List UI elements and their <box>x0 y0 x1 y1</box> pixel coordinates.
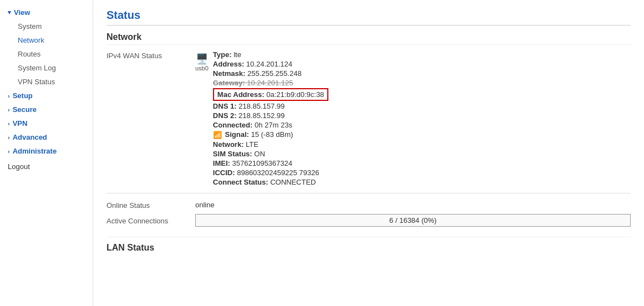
wan-address: Address: 10.24.201.124 <box>213 60 329 68</box>
wan-iccid: ICCID: 898603202459225 79326 <box>213 169 329 177</box>
sidebar-item-systemlog[interactable]: System Log <box>0 61 93 75</box>
sidebar-systemlog-label: System Log <box>18 64 56 72</box>
sidebar-network-label: Network <box>18 36 44 44</box>
sidebar-administrate-label: Administrate <box>13 147 57 155</box>
connections-box: 6 / 16384 (0%) <box>195 214 631 227</box>
wan-dns2: DNS 2: 218.85.152.99 <box>213 111 329 120</box>
advanced-arrow-icon: › <box>8 134 10 141</box>
online-status-row: Online Status online <box>107 193 631 210</box>
wan-iface-label: usb0 <box>195 65 209 72</box>
sidebar-system-label: System <box>18 22 42 30</box>
wan-simstatus-val: ON <box>254 150 265 158</box>
wan-connected: Connected: 0h 27m 23s <box>213 121 329 129</box>
wan-address-val: 10.24.201.124 <box>246 60 292 68</box>
wan-signal-val: 15 (-83 dBm) <box>251 130 293 139</box>
sidebar-view-label: View <box>14 8 30 17</box>
wan-imei: IMEI: 357621095367324 <box>213 159 329 167</box>
active-connections-label: Active Connections <box>107 216 195 225</box>
wan-connectstatus-val: CONNECTED <box>270 178 316 186</box>
wan-dns1: DNS 1: 218.85.157.99 <box>213 102 329 110</box>
wan-gateway-key: Gateway: <box>213 79 245 87</box>
sidebar-item-vpnstatus[interactable]: VPN Status <box>0 75 93 89</box>
wan-gateway: Gateway: 10.24.201.125 <box>213 79 329 87</box>
lan-status-title: LAN Status <box>107 237 631 253</box>
network-section-title: Network <box>107 32 631 45</box>
sidebar-item-network[interactable]: Network <box>0 33 93 47</box>
mac-highlight-box: Mac Address: 0a:21:b9:d0:9c:38 <box>213 88 329 101</box>
wan-mac-key: Mac Address: <box>217 90 265 99</box>
sidebar-group-secure[interactable]: › Secure <box>0 103 93 116</box>
wan-address-key: Address: <box>213 60 244 68</box>
setup-arrow-icon: › <box>8 93 10 99</box>
sidebar-group-advanced[interactable]: › Advanced <box>0 130 93 144</box>
wan-mac-val: 0a:21:b9:d0:9c:38 <box>266 90 324 99</box>
wan-signal: 📶 Signal: 15 (-83 dBm) <box>213 130 329 139</box>
wan-iccid-key: ICCID: <box>213 169 235 177</box>
connections-val: 6 / 16384 (0%) <box>389 216 437 225</box>
wan-type-key: Type: <box>213 50 232 59</box>
wan-mac: Mac Address: 0a:21:b9:d0:9c:38 <box>213 88 329 101</box>
wan-imei-val: 357621095367324 <box>232 159 292 167</box>
wan-type: Type: lte <box>213 50 329 59</box>
wan-dns2-key: DNS 2: <box>213 111 237 120</box>
ipv4-wan-row: IPv4 WAN Status 🖥️ usb0 Type: lte Addres… <box>107 50 631 186</box>
wan-network-val: LTE <box>246 140 258 149</box>
wan-network-key: Network: <box>213 140 244 149</box>
active-connections-row: Active Connections 6 / 16384 (0%) <box>107 214 631 227</box>
online-status-val: online <box>195 201 631 209</box>
sidebar: ▾ View System Network Routes System Log … <box>0 0 93 306</box>
main-content: Status Network IPv4 WAN Status 🖥️ usb0 T… <box>93 0 644 306</box>
wan-network: Network: LTE <box>213 140 329 149</box>
wan-connectstatus-key: Connect Status: <box>213 178 268 186</box>
wan-icon-block: 🖥️ usb0 <box>195 50 209 72</box>
wan-dns1-key: DNS 1: <box>213 102 237 110</box>
page-title: Status <box>107 9 631 26</box>
sidebar-group-vpn[interactable]: › VPN <box>0 116 93 130</box>
wan-block: 🖥️ usb0 Type: lte Address: 10.24.201.124 <box>195 50 631 186</box>
wan-details-content: 🖥️ usb0 Type: lte Address: 10.24.201.124 <box>195 50 631 186</box>
sidebar-vpnstatus-label: VPN Status <box>18 78 55 86</box>
wan-device-icon: 🖥️ <box>196 53 208 65</box>
active-connections-content: 6 / 16384 (0%) <box>195 214 631 227</box>
wan-netmask-val: 255.255.255.248 <box>247 69 302 78</box>
wan-type-val: lte <box>234 50 241 59</box>
wan-connectstatus: Connect Status: CONNECTED <box>213 178 329 186</box>
wan-netmask: Netmask: 255.255.255.248 <box>213 69 329 78</box>
sidebar-group-administrate[interactable]: › Administrate <box>0 144 93 158</box>
wan-simstatus-key: SIM Status: <box>213 150 252 158</box>
sidebar-secure-label: Secure <box>13 105 37 114</box>
online-status-label: Online Status <box>107 200 195 210</box>
administrate-arrow-icon: › <box>8 148 10 155</box>
sidebar-group-view[interactable]: ▾ View <box>0 6 93 19</box>
sidebar-vpn-label: VPN <box>13 119 28 128</box>
wan-info: Type: lte Address: 10.24.201.124 Netmask… <box>213 50 329 186</box>
sidebar-item-system[interactable]: System <box>0 19 93 33</box>
sidebar-group-setup[interactable]: › Setup <box>0 89 93 103</box>
secure-arrow-icon: › <box>8 106 10 113</box>
view-arrow-icon: ▾ <box>8 9 11 16</box>
wan-connected-key: Connected: <box>213 121 253 129</box>
logout-label: Logout <box>8 162 30 171</box>
sidebar-setup-label: Setup <box>13 91 33 100</box>
wan-gateway-val: 10.24.201.125 <box>247 79 293 87</box>
wan-iccid-val: 898603202459225 79326 <box>237 169 319 177</box>
sidebar-item-routes[interactable]: Routes <box>0 47 93 61</box>
sidebar-advanced-label: Advanced <box>13 133 47 141</box>
wan-signal-key: Signal: <box>225 130 249 139</box>
signal-bar-icon: 📶 <box>213 131 222 139</box>
ipv4-label: IPv4 WAN Status <box>107 50 195 60</box>
wan-dns2-val: 218.85.152.99 <box>239 111 285 120</box>
wan-connected-val: 0h 27m 23s <box>255 121 292 129</box>
wan-imei-key: IMEI: <box>213 159 230 167</box>
ipv4-wan-section: IPv4 WAN Status 🖥️ usb0 Type: lte Addres… <box>107 50 631 186</box>
sidebar-routes-label: Routes <box>18 50 40 58</box>
wan-dns1-val: 218.85.157.99 <box>239 102 285 110</box>
sidebar-logout[interactable]: Logout <box>0 158 93 175</box>
vpn-arrow-icon: › <box>8 120 10 127</box>
wan-simstatus: SIM Status: ON <box>213 150 329 158</box>
wan-netmask-key: Netmask: <box>213 69 246 78</box>
